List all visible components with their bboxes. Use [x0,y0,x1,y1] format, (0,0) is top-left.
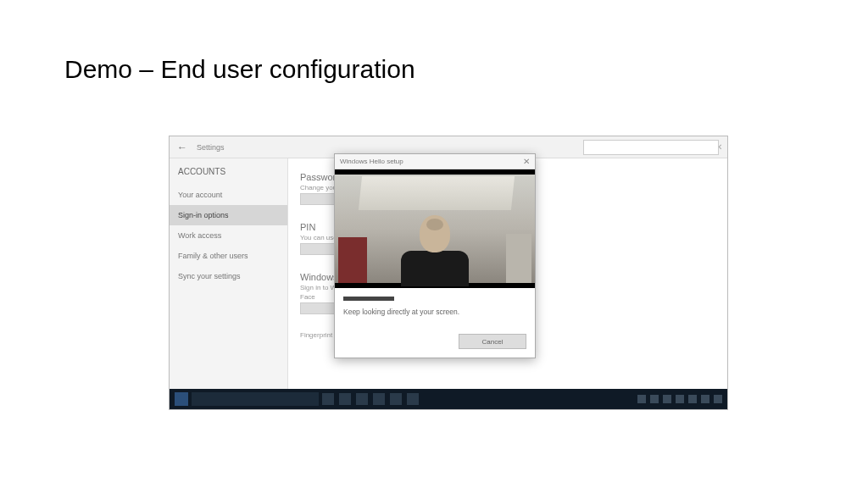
tray-icon-5[interactable] [688,395,697,403]
dialog-titlebar: Windows Hello setup ✕ [335,154,535,169]
taskview-icon[interactable] [322,393,334,405]
slide-title: Demo – End user configuration [64,55,415,84]
screenshot-frame: ← Settings — ◻ ✕ ACCOUNTS Your account S… [169,136,728,410]
sidebar-heading: ACCOUNTS [170,164,287,185]
taskbar-app-3[interactable] [373,393,385,405]
tray-icon-1[interactable] [637,395,646,403]
notification-center-icon[interactable] [714,395,722,403]
taskbar-app-5[interactable] [407,393,419,405]
camera-preview [335,169,535,288]
sidebar-item-sync[interactable]: Sync your settings [170,266,287,286]
taskbar-app-2[interactable] [356,393,368,405]
tray-icon-2[interactable] [650,395,659,403]
tray-icon-6[interactable] [701,395,709,403]
hello-setup-dialog: Windows Hello setup ✕ Keep looking direc… [334,153,536,358]
start-button[interactable] [175,392,188,406]
camera-right-object [506,234,531,283]
sidebar-item-your-account[interactable]: Your account [170,185,287,205]
dialog-title: Windows Hello setup [340,158,403,165]
search-input[interactable] [583,140,719,155]
camera-person-body [401,251,469,286]
sidebar-item-signin-options[interactable]: Sign-in options [170,205,287,225]
tray-icon-4[interactable] [676,395,684,403]
camera-person-head [420,215,450,252]
tray-icon-3[interactable] [663,395,671,403]
taskbar [170,389,727,409]
sidebar-item-work-access[interactable]: Work access [170,225,287,246]
app-title: Settings [197,143,225,152]
taskbar-app-1[interactable] [339,393,351,405]
taskbar-app-4[interactable] [390,393,402,405]
dialog-cancel-button[interactable]: Cancel [459,334,526,349]
settings-window: ← Settings — ◻ ✕ ACCOUNTS Your account S… [170,136,727,409]
scan-progress-bar [343,297,394,301]
sidebar-item-family[interactable]: Family & other users [170,246,287,266]
sidebar: ACCOUNTS Your account Sign-in options Wo… [170,158,288,389]
camera-left-object [338,237,367,283]
back-button[interactable]: ← [175,140,190,155]
dialog-instruction: Keep looking directly at your screen. [343,308,526,317]
dialog-close-button[interactable]: ✕ [523,157,530,166]
camera-person [401,215,469,288]
camera-ceiling [359,176,515,210]
taskbar-search[interactable] [192,392,319,406]
